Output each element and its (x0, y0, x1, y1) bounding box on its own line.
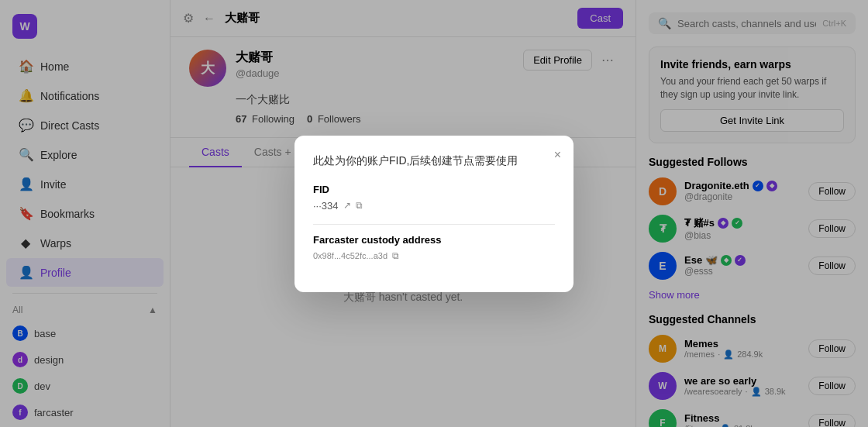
address-value: 0x98f...4c52fc...a3d (313, 251, 388, 260)
address-label: Farcaster custody address (313, 234, 555, 246)
fid-value-row: ···334 ↗ ⧉ (313, 200, 555, 212)
fid-value: ···334 (313, 200, 339, 212)
modal-overlay: × 此处为你的账户FID,后续创建节点需要使用 FID ···334 ↗ ⧉ F… (0, 0, 868, 427)
copy-icon[interactable]: ⧉ (356, 200, 363, 211)
address-copy-icon[interactable]: ⧉ (392, 250, 399, 261)
fid-field: FID ···334 ↗ ⧉ (313, 184, 555, 212)
modal-divider (313, 224, 555, 225)
modal-close-button[interactable]: × (554, 148, 561, 162)
fid-label: FID (313, 184, 555, 195)
modal-title: 此处为你的账户FID,后续创建节点需要使用 (313, 154, 555, 168)
address-field: Farcaster custody address 0x98f...4c52fc… (313, 234, 555, 261)
fid-modal: × 此处为你的账户FID,后续创建节点需要使用 FID ···334 ↗ ⧉ F… (294, 136, 574, 292)
arrow-icon: ↗ (343, 200, 351, 211)
address-value-row: 0x98f...4c52fc...a3d ⧉ (313, 250, 555, 261)
